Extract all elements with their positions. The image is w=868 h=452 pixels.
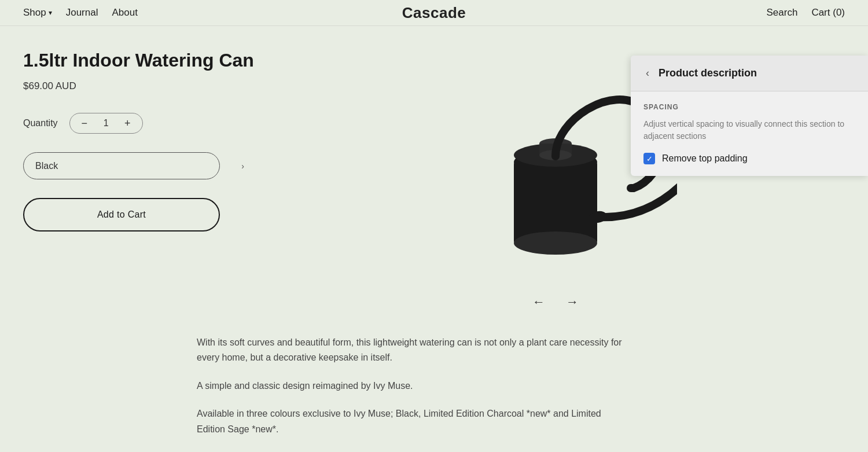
remove-top-padding-checkbox[interactable]: ✓ (643, 153, 655, 164)
remove-top-padding-row: ✓ Remove top padding (643, 153, 855, 164)
journal-nav-link[interactable]: Journal (66, 7, 98, 19)
image-navigation: ← → (528, 292, 583, 312)
quantity-label: Quantity (23, 118, 58, 128)
svg-point-2 (514, 231, 597, 255)
quantity-control: − 1 + (69, 113, 143, 134)
product-title: 1.5ltr Indoor Watering Can (23, 49, 255, 71)
shop-nav-link[interactable]: Shop ▾ (23, 7, 52, 19)
quantity-increase-button[interactable]: + (122, 117, 133, 130)
nav-right: Search Cart (0) (767, 7, 845, 19)
product-price: $69.00 AUD (23, 80, 255, 92)
quantity-value: 1 (101, 118, 111, 128)
shop-chevron-icon: ▾ (49, 9, 52, 17)
color-select[interactable]: Black Limited Edition Charcoal Limited E… (23, 152, 220, 179)
shop-label: Shop (23, 7, 46, 19)
site-logo-area: Cascade (402, 4, 466, 22)
spacing-label: SPACING (643, 103, 855, 111)
image-next-button[interactable]: → (561, 292, 583, 312)
chevron-down-icon: › (241, 161, 244, 171)
description-section: With its soft curves and beautiful form,… (0, 312, 868, 452)
panel-body: SPACING Adjust vertical spacing to visua… (631, 91, 868, 176)
product-info-panel: 1.5ltr Indoor Watering Can $69.00 AUD Qu… (23, 49, 266, 312)
site-title: Cascade (402, 4, 466, 21)
search-link[interactable]: Search (767, 7, 798, 19)
panel-title: Product description (659, 67, 757, 79)
checkmark-icon: ✓ (646, 155, 653, 163)
description-text-3: Available in three colours exclusive to … (197, 406, 625, 437)
remove-top-padding-label: Remove top padding (662, 153, 748, 164)
about-nav-link[interactable]: About (112, 7, 137, 19)
quantity-row: Quantity − 1 + (23, 113, 255, 134)
description-text-2: A simple and classic design reimagined b… (197, 378, 625, 394)
panel-back-button[interactable]: ‹ (643, 66, 652, 80)
panel-header: ‹ Product description (631, 56, 868, 91)
product-description-panel: ‹ Product description SPACING Adjust ver… (631, 56, 868, 176)
nav-left: Shop ▾ Journal About (23, 7, 138, 19)
site-header: Shop ▾ Journal About Cascade Search Cart… (0, 0, 868, 26)
quantity-decrease-button[interactable]: − (79, 117, 90, 130)
color-select-wrapper: Black Limited Edition Charcoal Limited E… (23, 152, 255, 179)
cart-link[interactable]: Cart (0) (811, 7, 845, 19)
spacing-description: Adjust vertical spacing to visually conn… (643, 118, 855, 142)
add-to-cart-button[interactable]: Add to Cart (23, 198, 220, 231)
image-prev-button[interactable]: ← (528, 292, 550, 312)
svg-rect-1 (514, 162, 597, 243)
description-text-1: With its soft curves and beautiful form,… (197, 335, 625, 366)
